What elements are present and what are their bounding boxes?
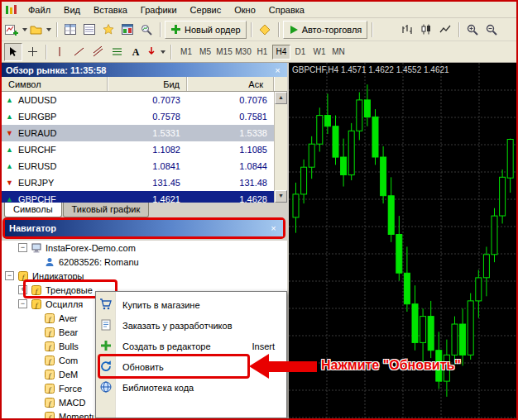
new-order-button[interactable]: Новый ордер [165,21,247,39]
strategy-tester-button[interactable] [137,21,156,39]
new-chart-button[interactable] [4,21,28,39]
folder-f-icon: f [31,298,42,310]
up-arrow-icon: ▲ [6,97,13,104]
menu-item-0[interactable]: Файл [22,2,57,17]
expander-spacer [31,356,41,365]
f-icon: f [44,383,55,394]
scroll-down-icon[interactable] [275,190,287,203]
context-menu-item-1[interactable]: Заказать у разработчиков [96,315,286,336]
tree-item-1[interactable]: 62083526: Romanu [2,255,287,269]
tab-symbols[interactable]: Символы [4,203,62,217]
context-menu-item-label: Заказать у разработчиков [122,321,233,331]
auto-trading-label: Авто-торговля [302,25,362,35]
symbol-label: EURGBP [18,112,56,122]
cursor-tool-button[interactable] [4,43,22,61]
crosshair-tool-button[interactable] [23,43,41,61]
arrow-head-icon [249,354,269,379]
fibonacci-tool-button[interactable] [108,43,126,61]
timeframe-h4-button[interactable]: H4 [272,45,290,60]
app-logo-icon [5,4,18,16]
timeframe-mn-button[interactable]: MN [329,45,348,60]
context-menu-item-0[interactable]: Купить в магазине [96,294,286,315]
timeframe-m1-button[interactable]: M1 [177,45,195,60]
text-tool-button[interactable]: A [127,43,145,61]
channel-tool-button[interactable] [89,43,107,61]
refresh-icon [99,360,113,373]
navigator-highlight-box: Навигатор [2,217,285,239]
navigator-title: Навигатор [9,223,56,233]
market-watch-row-gbpchf[interactable]: ▲GBPCHF1.46211.4628 [2,191,274,203]
minus-expander-icon[interactable]: − [18,243,27,252]
menu-item-5[interactable]: Окно [228,2,262,17]
market-watch-row-eurchf[interactable]: ▲EURCHF1.10821.1085 [2,141,274,158]
market-watch-titlebar[interactable]: Обзор рынка: 11:35:58 [2,63,287,77]
create-icon [99,339,113,352]
expander-spacer [31,412,41,418]
zoom-out-button[interactable] [482,21,501,39]
market-watch-row-eurusd[interactable]: ▲EURUSD1.08411.0844 [2,158,274,174]
timeframe-w1-button[interactable]: W1 [310,45,329,60]
context-menu-item-4[interactable]: Библиотека кода [96,377,286,398]
tree-item-2[interactable]: −fИндикаторы [2,269,287,283]
timeframe-m30-button[interactable]: M30 [234,45,252,60]
timeframe-h1-button[interactable]: H1 [253,45,271,60]
tab-tick-chart[interactable]: Тиковый график [63,203,150,217]
navigator-titlebar[interactable]: Навигатор [5,220,283,236]
ask-value: 0.7076 [187,95,274,105]
data-window-button[interactable] [80,21,98,39]
timeframe-m15-button[interactable]: M15 [215,45,233,60]
menu-item-1[interactable]: Вид [57,2,87,17]
f-icon: f [44,341,55,352]
market-watch-row-euraud[interactable]: ▼EURAUD1.53311.5338 [2,125,274,141]
ask-value: 1.0844 [187,161,274,171]
ask-value: 1.5338 [187,128,274,138]
bar-chart-button[interactable] [398,21,416,39]
symbol-label: EURCHF [18,145,56,155]
tree-item-0[interactable]: −InstaForex-Demo.com [2,241,287,255]
close-icon[interactable] [268,223,279,233]
auto-trading-button[interactable]: Авто-торговля [283,21,368,39]
market-watch-toggle-button[interactable] [61,21,79,39]
menu-item-3[interactable]: Графики [134,2,184,17]
vertical-line-tool-button[interactable] [50,43,69,61]
toolbar-separator [372,22,372,37]
plus-expander-icon[interactable]: + [18,285,27,294]
line-chart-button[interactable] [436,21,454,39]
scroll-up-icon[interactable] [275,92,287,104]
symbol-cell: ▲AUDUSD [2,95,108,105]
dropdown-caret-icon [22,28,27,31]
trendline-tool-button[interactable] [70,43,88,61]
market-watch-row-eurgbp[interactable]: ▲EURGBP0.75780.7581 [2,108,274,125]
menu-item-2[interactable]: Вставка [87,2,134,17]
arrows-tool-button[interactable] [146,43,166,61]
symbol-cell: ▲EURUSD [2,161,108,171]
minus-expander-icon[interactable]: − [5,271,14,280]
play-icon [289,25,299,35]
up-arrow-icon: ▲ [6,113,13,121]
zoom-in-button[interactable] [463,21,482,39]
market-watch-row-audusd[interactable]: ▲AUDUSD0.70730.7076 [2,92,274,108]
ask-value: 1.1085 [187,145,274,155]
minus-expander-icon[interactable]: − [18,299,27,308]
candlestick-chart-button[interactable] [417,21,435,39]
folder-f-icon: f [31,284,42,296]
red-arrow-annotation [249,354,317,379]
timeframe-d1-button[interactable]: D1 [291,45,309,60]
column-header-bid[interactable]: Бид [108,77,187,91]
bid-value: 0.7578 [108,112,187,122]
menu-item-6[interactable]: Справка [262,2,311,17]
navigator-toggle-button[interactable] [99,21,118,39]
terminal-toggle-button[interactable] [118,21,137,39]
profiles-button[interactable] [29,21,52,39]
timeframe-toolbar: M1M5M15M30H1H4D1W1MN [177,45,348,60]
ask-value: 1.4628 [187,194,274,203]
column-header-ask[interactable]: Аск [187,77,274,91]
market-watch-scrollbar[interactable] [274,92,287,203]
market-watch-row-eurjpy[interactable]: ▼EURJPY131.45131.48 [2,174,274,191]
close-icon[interactable] [272,65,283,75]
menu-item-4[interactable]: Сервис [184,2,228,17]
column-header-symbol[interactable]: Символ [2,77,108,91]
mql5-community-button[interactable] [256,21,274,39]
toolbar-separator [56,22,57,37]
timeframe-m5-button[interactable]: M5 [196,45,214,60]
